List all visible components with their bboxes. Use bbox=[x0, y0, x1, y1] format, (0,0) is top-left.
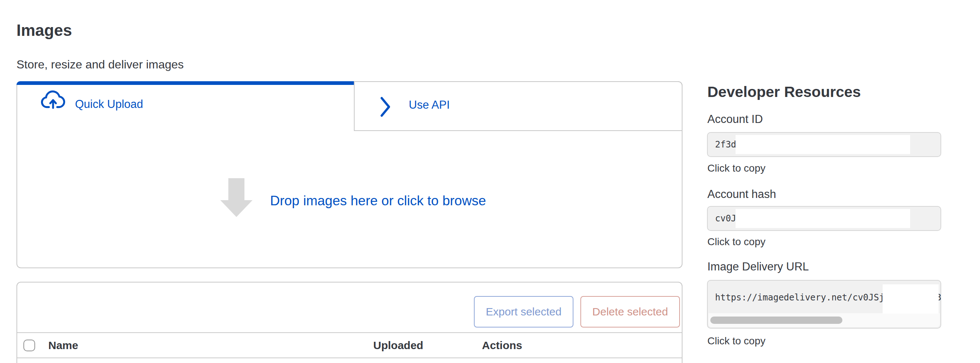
table-toolbar: Export selected Delete selected bbox=[17, 282, 682, 333]
developer-resources-heading: Developer Resources bbox=[707, 83, 861, 100]
table-header-row: Name Uploaded Actions bbox=[17, 333, 682, 358]
down-arrow-icon bbox=[220, 178, 253, 218]
account-id-value: 2f3d bbox=[715, 139, 736, 150]
page-subtitle: Store, resize and deliver images bbox=[16, 58, 184, 72]
column-header-uploaded: Uploaded bbox=[373, 339, 423, 352]
images-table-card: Export selected Delete selected Name Upl… bbox=[16, 282, 682, 363]
image-delivery-url-value: https://imagedelivery.net/cv0JSj bbox=[715, 292, 884, 302]
account-id-click-to-copy[interactable]: Click to copy bbox=[707, 162, 765, 174]
tab-quick-upload-label: Quick Upload bbox=[75, 98, 143, 111]
account-hash-label: Account hash bbox=[707, 188, 776, 201]
image-delivery-url-click-to-copy[interactable]: Click to copy bbox=[707, 335, 765, 347]
image-delivery-url-field[interactable]: https://imagedelivery.net/cv0JSj 3 bbox=[707, 280, 941, 329]
account-id-field[interactable]: 2f3d bbox=[707, 132, 941, 157]
dropzone-label: Drop images here or click to browse bbox=[270, 193, 486, 209]
tab-quick-upload[interactable]: Quick Upload bbox=[16, 81, 354, 131]
image-delivery-url-label: Image Delivery URL bbox=[707, 260, 809, 273]
tab-use-api-label: Use API bbox=[409, 99, 450, 111]
column-header-name: Name bbox=[48, 339, 78, 352]
account-hash-value: cv0J bbox=[715, 213, 736, 224]
redaction-overlay bbox=[883, 284, 939, 314]
image-dropzone[interactable]: Drop images here or click to browse bbox=[17, 132, 682, 267]
account-id-label: Account ID bbox=[707, 113, 763, 126]
scrollbar-thumb[interactable] bbox=[710, 317, 842, 324]
active-tab-indicator bbox=[16, 81, 354, 85]
export-selected-button[interactable]: Export selected bbox=[474, 296, 573, 328]
horizontal-scrollbar bbox=[708, 313, 940, 327]
account-hash-field[interactable]: cv0J bbox=[707, 206, 941, 231]
column-header-actions: Actions bbox=[482, 339, 522, 352]
select-all-checkbox[interactable] bbox=[24, 339, 35, 351]
redaction-overlay bbox=[735, 135, 910, 154]
account-hash-click-to-copy[interactable]: Click to copy bbox=[707, 236, 765, 248]
page-title: Images bbox=[16, 21, 72, 40]
tab-use-api[interactable]: Use API bbox=[354, 81, 682, 131]
cloud-upload-icon bbox=[41, 90, 65, 111]
images-page: Images Store, resize and deliver images … bbox=[0, 0, 980, 363]
delete-selected-button[interactable]: Delete selected bbox=[581, 296, 680, 328]
redaction-overlay bbox=[735, 209, 910, 228]
chevron-right-icon bbox=[380, 96, 391, 119]
